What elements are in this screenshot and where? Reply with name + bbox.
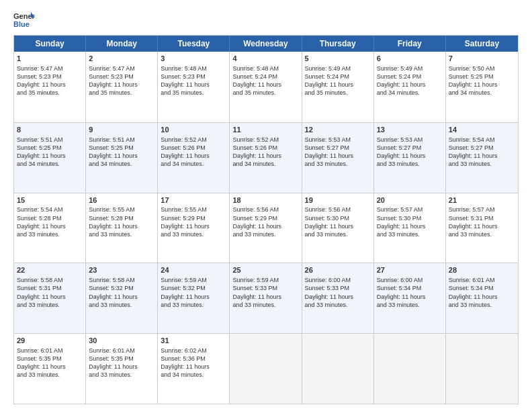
- day-cell-9: 9Sunrise: 5:51 AMSunset: 5:25 PMDaylight…: [86, 123, 158, 193]
- day-info-line: Daylight: 11 hours: [161, 152, 226, 160]
- day-info-line: Sunrise: 5:49 AM: [377, 64, 443, 73]
- day-info-line: Sunset: 5:30 PM: [305, 214, 371, 222]
- day-cell-18: 18Sunrise: 5:56 AMSunset: 5:29 PMDayligh…: [230, 193, 302, 263]
- day-info-line: Sunrise: 5:56 AM: [305, 205, 371, 214]
- day-cell-26: 26Sunrise: 6:00 AMSunset: 5:33 PMDayligh…: [302, 263, 374, 333]
- day-info-line: and 33 minutes.: [449, 301, 515, 309]
- day-info-line: Daylight: 11 hours: [89, 363, 154, 371]
- calendar-body: 1Sunrise: 5:47 AMSunset: 5:23 PMDaylight…: [14, 52, 518, 404]
- day-info-line: Sunset: 5:24 PM: [377, 73, 443, 81]
- day-info-line: Daylight: 11 hours: [377, 222, 443, 230]
- svg-text:Blue: Blue: [13, 20, 30, 28]
- day-info-line: and 33 minutes.: [17, 371, 83, 379]
- day-info-line: Sunrise: 6:01 AM: [449, 276, 515, 284]
- day-info-line: Daylight: 11 hours: [449, 152, 515, 160]
- calendar-header: SundayMondayTuesdayWednesdayThursdayFrid…: [14, 36, 518, 52]
- day-info-line: and 33 minutes.: [449, 230, 515, 238]
- day-info-line: Sunrise: 5:54 AM: [449, 136, 515, 144]
- day-info-line: and 33 minutes.: [377, 301, 443, 309]
- day-cell-6: 6Sunrise: 5:49 AMSunset: 5:24 PMDaylight…: [374, 52, 446, 122]
- day-info-line: Sunset: 5:32 PM: [161, 284, 226, 292]
- day-info-line: Daylight: 11 hours: [232, 81, 298, 89]
- day-info-line: Sunset: 5:34 PM: [449, 284, 515, 292]
- empty-cell-4-6: [446, 334, 518, 404]
- day-info-line: Sunrise: 5:48 AM: [232, 64, 298, 73]
- day-number: 11: [232, 125, 298, 135]
- weekday-header-saturday: Saturday: [446, 36, 518, 52]
- day-info-line: Sunset: 5:32 PM: [89, 284, 154, 292]
- day-number: 26: [305, 265, 371, 275]
- day-info-line: and 33 minutes.: [377, 230, 443, 238]
- day-info-line: and 33 minutes.: [305, 230, 371, 238]
- day-info-line: and 33 minutes.: [377, 160, 443, 168]
- day-info-line: Sunrise: 5:55 AM: [89, 205, 154, 214]
- calendar-row-4: 22Sunrise: 5:58 AMSunset: 5:31 PMDayligh…: [14, 263, 518, 333]
- day-number: 13: [377, 125, 443, 135]
- day-info-line: Sunrise: 5:57 AM: [377, 205, 443, 214]
- day-info-line: and 33 minutes.: [17, 301, 83, 309]
- day-info-line: Daylight: 11 hours: [89, 293, 154, 301]
- day-number: 9: [89, 125, 154, 135]
- day-info-line: and 33 minutes.: [305, 301, 371, 309]
- day-info-line: Sunrise: 5:57 AM: [449, 205, 515, 214]
- day-cell-8: 8Sunrise: 5:51 AMSunset: 5:25 PMDaylight…: [14, 123, 86, 193]
- weekday-header-sunday: Sunday: [14, 36, 86, 52]
- day-cell-30: 30Sunrise: 6:01 AMSunset: 5:35 PMDayligh…: [86, 334, 158, 404]
- day-info-line: Sunrise: 6:02 AM: [161, 347, 226, 355]
- day-info-line: and 33 minutes.: [161, 230, 226, 238]
- day-cell-10: 10Sunrise: 5:52 AMSunset: 5:26 PMDayligh…: [158, 123, 230, 193]
- day-cell-12: 12Sunrise: 5:53 AMSunset: 5:27 PMDayligh…: [302, 123, 374, 193]
- day-cell-13: 13Sunrise: 5:53 AMSunset: 5:27 PMDayligh…: [374, 123, 446, 193]
- day-number: 17: [161, 195, 226, 205]
- day-number: 28: [449, 265, 515, 275]
- day-cell-17: 17Sunrise: 5:55 AMSunset: 5:29 PMDayligh…: [158, 193, 230, 263]
- day-cell-11: 11Sunrise: 5:52 AMSunset: 5:26 PMDayligh…: [230, 123, 302, 193]
- day-info-line: Sunset: 5:35 PM: [17, 355, 83, 363]
- day-cell-19: 19Sunrise: 5:56 AMSunset: 5:30 PMDayligh…: [302, 193, 374, 263]
- day-info-line: Sunrise: 5:53 AM: [305, 136, 371, 144]
- day-info-line: and 33 minutes.: [89, 371, 154, 379]
- day-info-line: Sunset: 5:23 PM: [89, 73, 154, 81]
- day-info-line: Daylight: 11 hours: [89, 152, 154, 160]
- day-info-line: Sunset: 5:23 PM: [17, 73, 83, 81]
- day-number: 10: [161, 125, 226, 135]
- day-number: 16: [89, 195, 154, 205]
- day-info-line: Sunrise: 5:51 AM: [17, 136, 83, 144]
- day-info-line: Sunrise: 5:54 AM: [17, 205, 83, 214]
- day-info-line: Daylight: 11 hours: [232, 293, 298, 301]
- day-number: 20: [377, 195, 443, 205]
- day-number: 23: [89, 265, 154, 275]
- day-cell-29: 29Sunrise: 6:01 AMSunset: 5:35 PMDayligh…: [14, 334, 86, 404]
- day-info-line: and 35 minutes.: [89, 89, 154, 97]
- day-info-line: Sunrise: 6:01 AM: [89, 347, 154, 355]
- day-info-line: Sunrise: 5:59 AM: [232, 276, 298, 284]
- day-info-line: Sunset: 5:27 PM: [305, 144, 371, 152]
- day-info-line: and 33 minutes.: [161, 301, 226, 309]
- day-number: 14: [449, 125, 515, 135]
- day-number: 8: [17, 125, 83, 135]
- day-info-line: Daylight: 11 hours: [449, 222, 515, 230]
- day-info-line: Sunset: 5:23 PM: [161, 73, 226, 81]
- day-number: 18: [232, 195, 298, 205]
- day-info-line: and 35 minutes.: [17, 89, 83, 97]
- day-number: 30: [89, 336, 154, 346]
- calendar-row-1: 1Sunrise: 5:47 AMSunset: 5:23 PMDaylight…: [14, 52, 518, 122]
- day-number: 19: [305, 195, 371, 205]
- calendar: SundayMondayTuesdayWednesdayThursdayFrid…: [13, 35, 519, 404]
- day-number: 5: [305, 54, 371, 64]
- day-cell-25: 25Sunrise: 5:59 AMSunset: 5:33 PMDayligh…: [230, 263, 302, 333]
- day-info-line: Sunrise: 5:58 AM: [17, 276, 83, 284]
- day-info-line: Sunset: 5:28 PM: [17, 214, 83, 222]
- day-info-line: Sunset: 5:26 PM: [232, 144, 298, 152]
- day-info-line: Daylight: 11 hours: [161, 293, 226, 301]
- day-info-line: Sunrise: 5:48 AM: [161, 64, 226, 73]
- day-info-line: and 35 minutes.: [232, 89, 298, 97]
- day-info-line: and 34 minutes.: [17, 160, 83, 168]
- day-number: 3: [161, 54, 226, 64]
- day-info-line: Daylight: 11 hours: [377, 152, 443, 160]
- day-info-line: and 35 minutes.: [161, 89, 226, 97]
- day-info-line: Sunrise: 5:59 AM: [161, 276, 226, 284]
- day-number: 21: [449, 195, 515, 205]
- day-info-line: Sunrise: 6:01 AM: [17, 347, 83, 355]
- day-cell-16: 16Sunrise: 5:55 AMSunset: 5:28 PMDayligh…: [86, 193, 158, 263]
